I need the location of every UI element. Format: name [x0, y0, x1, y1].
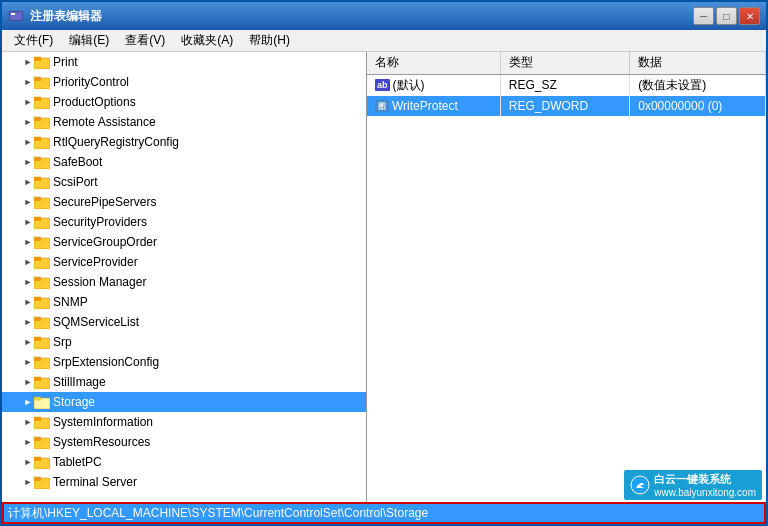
table-header-row: 名称 类型 数据	[367, 52, 766, 74]
folder-icon	[34, 175, 50, 189]
svg-rect-23	[34, 177, 41, 179]
reg-type-cell: REG_SZ	[500, 74, 629, 96]
watermark-line2: www.baiyunxitong.com	[654, 487, 756, 498]
folder-icon	[34, 295, 50, 309]
menu-item-查看V[interactable]: 查看(V)	[117, 30, 173, 51]
restore-button[interactable]: □	[716, 7, 737, 25]
window-title: 注册表编辑器	[30, 8, 102, 25]
expand-arrow-icon: ►	[22, 156, 34, 168]
tree-item[interactable]: ► PriorityControl	[2, 72, 366, 92]
tree-item[interactable]: ► Remote Assistance	[2, 112, 366, 132]
expand-arrow-icon: ►	[22, 316, 34, 328]
tree-item[interactable]: ► Terminal Server	[2, 472, 366, 492]
watermark-line1: 白云一键装系统	[654, 472, 756, 487]
svg-rect-35	[34, 257, 41, 259]
tree-item[interactable]: ► SecurityProviders	[2, 212, 366, 232]
expand-arrow-icon: ►	[22, 196, 34, 208]
folder-icon	[34, 55, 50, 69]
tree-item-label: Storage	[53, 395, 95, 409]
svg-rect-38	[34, 277, 41, 279]
registry-table: 名称 类型 数据 ab (默认)REG_SZ(数值未设置)图 WriteProt…	[367, 52, 766, 116]
svg-rect-14	[34, 117, 41, 119]
expand-arrow-icon: ►	[22, 376, 34, 388]
expand-arrow-icon: ►	[22, 236, 34, 248]
expand-arrow-icon: ►	[22, 436, 34, 448]
expand-arrow-icon: ►	[22, 336, 34, 348]
close-button[interactable]: ✕	[739, 7, 760, 25]
folder-icon	[34, 135, 50, 149]
minimize-button[interactable]: ─	[693, 7, 714, 25]
tree-item[interactable]: ► SNMP	[2, 292, 366, 312]
svg-rect-11	[34, 97, 41, 99]
menu-bar: 文件(F)编辑(E)查看(V)收藏夹(A)帮助(H)	[2, 30, 766, 52]
folder-icon	[34, 235, 50, 249]
tree-item-label: Srp	[53, 335, 72, 349]
reg-name-cell: ab (默认)	[367, 74, 500, 96]
tree-item-label: Remote Assistance	[53, 115, 156, 129]
tree-item[interactable]: ► TabletPC	[2, 452, 366, 472]
tree-item[interactable]: ► ServiceGroupOrder	[2, 232, 366, 252]
folder-icon	[34, 435, 50, 449]
svg-rect-47	[34, 337, 41, 339]
menu-item-帮助H[interactable]: 帮助(H)	[241, 30, 298, 51]
tree-item[interactable]: ► SQMServiceList	[2, 312, 366, 332]
watermark-logo-icon	[630, 475, 650, 495]
expand-arrow-icon: ►	[22, 56, 34, 68]
folder-icon	[34, 115, 50, 129]
svg-rect-26	[34, 197, 41, 199]
tree-item[interactable]: ► ProductOptions	[2, 92, 366, 112]
table-row[interactable]: ab (默认)REG_SZ(数值未设置)	[367, 74, 766, 96]
tree-item[interactable]: ► ScsiPort	[2, 172, 366, 192]
folder-icon	[34, 75, 50, 89]
expand-arrow-icon: ►	[22, 356, 34, 368]
expand-arrow-icon: ►	[22, 136, 34, 148]
tree-item-label: TabletPC	[53, 455, 102, 469]
status-text: 计算机\HKEY_LOCAL_MACHINE\SYSTEM\CurrentCon…	[8, 505, 428, 522]
menu-item-文件F[interactable]: 文件(F)	[6, 30, 61, 51]
tree-item[interactable]: ► Storage	[2, 392, 366, 412]
tree-item-label: SafeBoot	[53, 155, 102, 169]
expand-arrow-icon: ►	[22, 416, 34, 428]
svg-rect-5	[34, 57, 41, 59]
svg-rect-17	[34, 137, 41, 139]
tree-item[interactable]: ► Print	[2, 52, 366, 72]
ab-icon: ab (默认)	[375, 77, 425, 94]
expand-arrow-icon: ►	[22, 256, 34, 268]
col-data-header: 数据	[630, 52, 766, 74]
col-name-header: 名称	[367, 52, 500, 74]
title-buttons: ─ □ ✕	[693, 7, 760, 25]
table-row[interactable]: 图 WriteProtectREG_DWORD0x00000000 (0)	[367, 96, 766, 116]
folder-icon	[34, 335, 50, 349]
expand-arrow-icon: ►	[22, 216, 34, 228]
svg-rect-56	[34, 397, 41, 399]
expand-arrow-icon: ►	[22, 76, 34, 88]
menu-item-收藏夹A[interactable]: 收藏夹(A)	[173, 30, 241, 51]
tree-item[interactable]: ► SecurePipeServers	[2, 192, 366, 212]
reg-data-cell: (数值未设置)	[630, 74, 766, 96]
tree-scroll[interactable]: ► Print► PriorityControl► ProductOptions…	[2, 52, 366, 502]
folder-icon	[34, 315, 50, 329]
tree-item-label: SrpExtensionConfig	[53, 355, 159, 369]
col-type-header: 类型	[500, 52, 629, 74]
tree-item[interactable]: ► StillImage	[2, 372, 366, 392]
tree-item-label: PriorityControl	[53, 75, 129, 89]
main-content: ► Print► PriorityControl► ProductOptions…	[2, 52, 766, 502]
svg-rect-29	[34, 217, 41, 219]
right-scroll[interactable]: 名称 类型 数据 ab (默认)REG_SZ(数值未设置)图 WriteProt…	[367, 52, 766, 502]
folder-icon	[34, 355, 50, 369]
svg-rect-62	[34, 437, 41, 439]
tree-item-label: ScsiPort	[53, 175, 98, 189]
menu-item-编辑E[interactable]: 编辑(E)	[61, 30, 117, 51]
tree-item[interactable]: ► SystemResources	[2, 432, 366, 452]
tree-item[interactable]: ► SystemInformation	[2, 412, 366, 432]
folder-icon	[34, 195, 50, 209]
tree-item[interactable]: ► RtlQueryRegistryConfig	[2, 132, 366, 152]
tree-item[interactable]: ► ServiceProvider	[2, 252, 366, 272]
svg-rect-32	[34, 237, 41, 239]
tree-item[interactable]: ► SrpExtensionConfig	[2, 352, 366, 372]
tree-item[interactable]: ► SafeBoot	[2, 152, 366, 172]
tree-item[interactable]: ► Session Manager	[2, 272, 366, 292]
tree-item-label: RtlQueryRegistryConfig	[53, 135, 179, 149]
tree-item[interactable]: ► Srp	[2, 332, 366, 352]
registry-editor-window: 注册表编辑器 ─ □ ✕ 文件(F)编辑(E)查看(V)收藏夹(A)帮助(H) …	[0, 0, 768, 526]
